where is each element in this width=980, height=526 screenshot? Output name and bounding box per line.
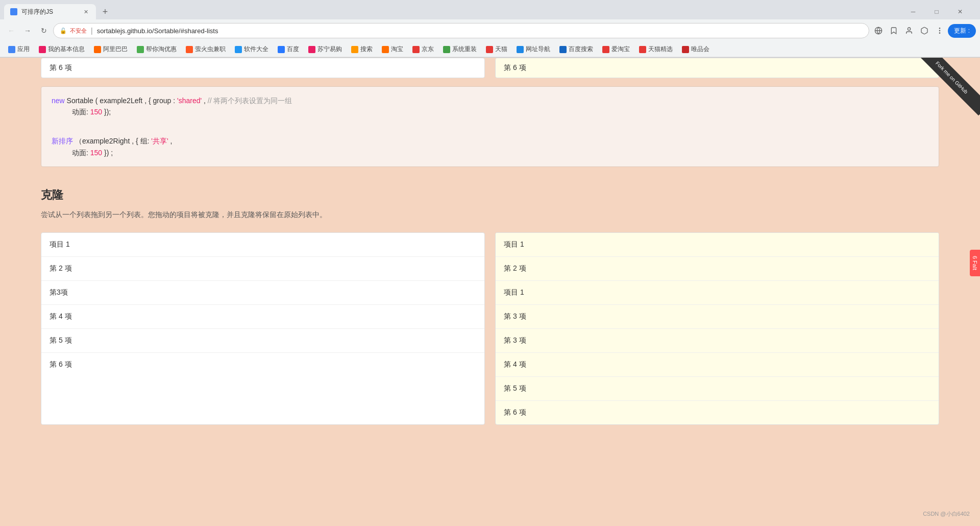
tab-close-button[interactable]: ✕ xyxy=(82,8,90,16)
window-controls: ─ □ ✕ xyxy=(799,4,976,19)
svg-point-1 xyxy=(908,28,911,30)
bookmark-nav-label: 网址导航 xyxy=(526,45,550,54)
clone-left-item-3[interactable]: 第 4 项 xyxy=(41,305,484,329)
svg-point-4 xyxy=(940,33,940,33)
bookmark-apps[interactable]: 应用 xyxy=(4,44,34,55)
bookmark-profile[interactable]: 我的基本信息 xyxy=(35,44,89,55)
bookmark-baidu-search[interactable]: 百度搜索 xyxy=(555,44,597,55)
clone-left-item-2[interactable]: 第3项 xyxy=(41,281,484,305)
top-left-item-6[interactable]: 第 6 项 xyxy=(41,58,484,78)
bookmark-firefly-label: 萤火虫兼职 xyxy=(195,45,226,54)
maximize-button[interactable]: □ xyxy=(925,4,948,19)
extensions-icon[interactable] xyxy=(917,23,932,38)
taobao-favicon xyxy=(382,46,389,53)
profile-favicon xyxy=(39,46,46,53)
menu-icon[interactable] xyxy=(933,23,947,38)
bookmark-vip-label: 唯品会 xyxy=(691,45,709,54)
clone-right-item-0[interactable]: 项目 1 xyxy=(496,233,939,257)
clone-right-item-7[interactable]: 第 6 项 xyxy=(496,401,939,424)
vip-favicon xyxy=(682,46,689,53)
bookmark-taobao-label: 淘宝 xyxy=(391,45,403,54)
bookmark-software[interactable]: 软件大全 xyxy=(231,44,273,55)
bookmark-suning[interactable]: 苏宁易购 xyxy=(304,44,346,55)
clone-left-item-4[interactable]: 第 5 项 xyxy=(41,329,484,353)
bookmark-jd-label: 京东 xyxy=(422,45,434,54)
bookmark-taobao[interactable]: 淘宝 xyxy=(378,44,407,55)
url-text: sortablejs.github.io/Sortable/#shared-li… xyxy=(97,27,863,35)
bookmark-alibaba[interactable]: 阿里巴巴 xyxy=(90,44,132,55)
bookmark-help[interactable]: 帮你淘优惠 xyxy=(133,44,181,55)
clone-right-item-6[interactable]: 第 5 项 xyxy=(496,377,939,401)
aitaobao-favicon xyxy=(602,46,609,53)
code-example2left: example2Left xyxy=(100,97,144,105)
code-num2: 150 xyxy=(90,149,102,157)
baidu-search-favicon xyxy=(559,46,567,53)
close-button[interactable]: ✕ xyxy=(948,4,972,19)
bookmark-reinstall[interactable]: 系统重装 xyxy=(439,44,481,55)
reinstall-favicon xyxy=(443,46,450,53)
code-paren1: ( xyxy=(95,97,100,105)
bookmark-firefly[interactable]: 萤火虫兼职 xyxy=(182,44,230,55)
translate-icon[interactable] xyxy=(871,23,886,38)
bookmark-tmall-select[interactable]: 天猫精选 xyxy=(635,44,677,55)
baidu-favicon xyxy=(278,46,285,53)
clone-right-item-3[interactable]: 第 3 项 xyxy=(496,305,939,329)
firefly-favicon xyxy=(186,46,193,53)
apps-favicon xyxy=(8,46,15,53)
right-sidebar-tab[interactable]: 6 FaIt xyxy=(970,250,980,276)
top-right-list: 第 6 项 xyxy=(495,58,939,78)
clone-left-item-0[interactable]: 项目 1 xyxy=(41,233,484,257)
code-comment1: // 将两个列表设置为同一组 xyxy=(208,97,292,105)
bookmark-baidu[interactable]: 百度 xyxy=(274,44,303,55)
bookmark-search-label: 搜索 xyxy=(360,45,373,54)
suning-favicon xyxy=(308,46,315,53)
browser-chrome: 可排序的JS ✕ + ─ □ ✕ ← → ↻ 🔓 不安全 | sortablej… xyxy=(0,0,980,58)
bookmark-vip[interactable]: 唯品会 xyxy=(678,44,714,55)
code-sortable: Sortable xyxy=(67,97,95,105)
refresh-button[interactable]: ↻ xyxy=(37,23,51,38)
bookmark-search[interactable]: 搜索 xyxy=(347,44,377,55)
code-block: new Sortable ( example2Left , { group : … xyxy=(41,86,939,167)
alibaba-favicon xyxy=(94,46,101,53)
bookmark-tmall[interactable]: 天猫 xyxy=(482,44,511,55)
clone-two-col-lists: 项目 1 第 2 项 第3项 第 4 项 第 5 项 第 6 项 项目 1 第 … xyxy=(41,232,939,425)
code-group2: 组: xyxy=(140,137,150,145)
clone-right-item-1[interactable]: 第 2 项 xyxy=(496,257,939,281)
clone-left-item-5[interactable]: 第 6 项 xyxy=(41,353,484,376)
page-content: Fork me on GitHub 第 6 项 第 6 项 new Sortab… xyxy=(0,58,980,526)
top-right-item-6[interactable]: 第 6 项 xyxy=(496,58,939,78)
address-bar-row: ← → ↻ 🔓 不安全 | sortablejs.github.io/Sorta… xyxy=(0,19,980,42)
clone-right-item-2[interactable]: 项目 1 xyxy=(496,281,939,305)
back-button[interactable]: ← xyxy=(4,23,18,38)
update-button[interactable]: 更新 : xyxy=(948,24,976,38)
code-line-5: 动面: 150 }) ; xyxy=(52,147,928,158)
active-tab[interactable]: 可排序的JS ✕ xyxy=(4,4,96,19)
clone-left-list: 项目 1 第 2 项 第3项 第 4 项 第 5 项 第 6 项 xyxy=(41,232,485,425)
bookmarks-bar: 应用 我的基本信息 阿里巴巴 帮你淘优惠 萤火虫兼职 软件大全 百度 苏宁易购 xyxy=(0,42,980,57)
new-tab-button[interactable]: + xyxy=(98,5,112,19)
bookmark-icon[interactable] xyxy=(887,23,901,38)
bookmark-profile-label: 我的基本信息 xyxy=(48,45,85,54)
forward-button[interactable]: → xyxy=(20,23,35,38)
bookmark-suning-label: 苏宁易购 xyxy=(317,45,342,54)
profile-icon[interactable] xyxy=(902,23,916,38)
code-line-3 xyxy=(52,124,928,135)
clone-left-item-1[interactable]: 第 2 项 xyxy=(41,257,484,281)
minimize-button[interactable]: ─ xyxy=(901,4,925,19)
clone-right-item-5[interactable]: 第 4 项 xyxy=(496,353,939,377)
tab-bar: 可排序的JS ✕ + ─ □ ✕ xyxy=(0,0,980,19)
bookmark-nav[interactable]: 网址导航 xyxy=(512,44,554,55)
address-bar[interactable]: 🔓 不安全 | sortablejs.github.io/Sortable/#s… xyxy=(53,23,869,38)
code-animation1: 动面: xyxy=(72,108,90,116)
bookmark-jd[interactable]: 京东 xyxy=(408,44,438,55)
software-favicon xyxy=(235,46,242,53)
clone-right-item-4[interactable]: 第 3 项 xyxy=(496,329,939,353)
bookmark-aitaobao[interactable]: 爱淘宝 xyxy=(598,44,634,55)
bookmark-aitaobao-label: 爱淘宝 xyxy=(611,45,630,54)
not-secure-label: 不安全 xyxy=(70,27,87,35)
bookmark-alibaba-label: 阿里巴巴 xyxy=(103,45,128,54)
code-line-1: new Sortable ( example2Left , { group : … xyxy=(52,95,928,106)
code-comma3: , xyxy=(170,137,173,145)
code-keyword-new2: 新排序 xyxy=(52,137,73,145)
code-comma2: , xyxy=(204,97,208,105)
